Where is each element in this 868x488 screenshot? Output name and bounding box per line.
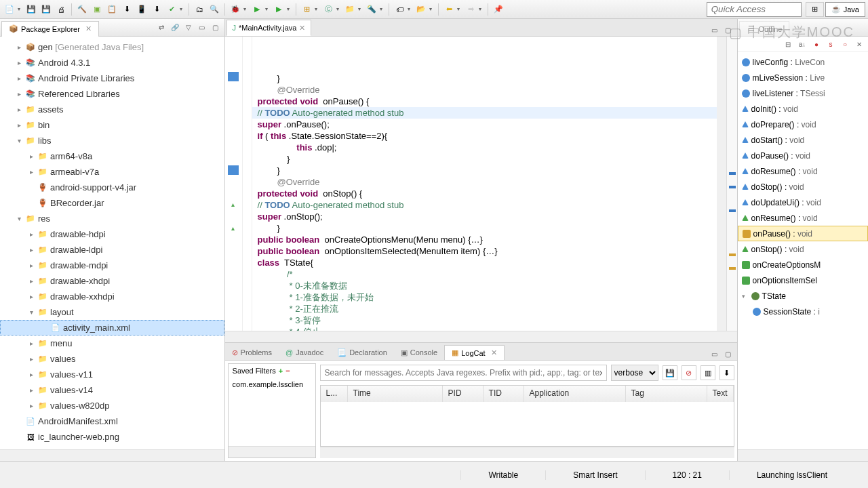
outline-item[interactable]: onStop() : void bbox=[738, 241, 868, 257]
display-icon[interactable]: ▥ bbox=[701, 365, 715, 380]
horizontal-scrollbar[interactable] bbox=[320, 447, 734, 458]
sdk-icon[interactable]: ⬇ bbox=[120, 3, 134, 16]
tree-node[interactable]: ▸📁arm64-v8a bbox=[0, 148, 224, 164]
new-package-icon[interactable]: ⊞ bbox=[300, 3, 313, 16]
horizontal-scrollbar[interactable] bbox=[229, 446, 315, 458]
logcat-search-input[interactable] bbox=[320, 365, 607, 381]
tree-node[interactable]: ▸📁bin bbox=[0, 117, 224, 133]
col-tid[interactable]: TID bbox=[484, 386, 524, 402]
tree-node[interactable]: ▾📁libs bbox=[0, 133, 224, 148]
save-icon[interactable]: 💾 bbox=[24, 3, 38, 16]
horizontal-scrollbar[interactable] bbox=[738, 449, 868, 461]
package-tree[interactable]: ▸📦gen [Generated Java Files]▸📚Android 4.… bbox=[0, 37, 224, 449]
open-perspective-button[interactable]: ⊞ bbox=[806, 2, 824, 17]
tab-problems[interactable]: ⊘Problems bbox=[225, 345, 279, 360]
save-all-icon[interactable]: 💾 bbox=[39, 3, 53, 16]
run-last-icon[interactable]: ▶ bbox=[272, 3, 285, 16]
outline-item[interactable]: SessionState : i bbox=[738, 304, 868, 319]
tab-declaration[interactable]: 📃Declaration bbox=[330, 345, 394, 360]
close-icon[interactable]: ✕ bbox=[85, 24, 92, 33]
forward-icon[interactable]: ➡ bbox=[464, 3, 477, 16]
check-icon[interactable]: ✔ bbox=[165, 3, 178, 16]
new-class-icon[interactable]: Ⓒ bbox=[321, 3, 335, 16]
outline-item[interactable]: onOptionsItemSel bbox=[738, 272, 868, 288]
package-explorer-tab[interactable]: 📦 Package Explorer ✕ bbox=[1, 21, 99, 37]
add-filter-icon[interactable]: + bbox=[279, 367, 283, 375]
collapse-all-icon[interactable]: ⇄ bbox=[155, 22, 167, 34]
tree-node[interactable]: 📄activity_main.xml bbox=[0, 320, 224, 336]
hide-nonpublic-icon[interactable]: ○ bbox=[839, 38, 851, 50]
close-icon[interactable]: ✕ bbox=[299, 24, 305, 33]
remove-filter-icon[interactable]: − bbox=[285, 367, 290, 375]
col-text[interactable]: Text bbox=[707, 386, 734, 402]
tab-logcat[interactable]: ▦LogCat ✕ bbox=[444, 345, 504, 360]
col-tag[interactable]: Tag bbox=[626, 386, 707, 402]
tree-node[interactable]: ▸📁values-v11 bbox=[0, 367, 224, 382]
tab-javadoc[interactable]: @Javadoc bbox=[279, 345, 330, 360]
lint-icon[interactable]: 📋 bbox=[105, 3, 119, 16]
hide-local-icon[interactable]: ✕ bbox=[853, 38, 865, 50]
tree-node[interactable]: ▸📁drawable-mdpi bbox=[0, 258, 224, 273]
debug-icon[interactable]: 🐞 bbox=[229, 3, 242, 16]
maximize-icon[interactable]: ▢ bbox=[210, 22, 222, 34]
pin-icon[interactable]: 📌 bbox=[492, 3, 505, 16]
hide-static-icon[interactable]: s bbox=[825, 38, 837, 50]
horizontal-scrollbar[interactable] bbox=[0, 449, 224, 461]
tree-node[interactable]: ▸📁values-w820dp bbox=[0, 398, 224, 413]
editor-tab-mainactivity[interactable]: J *MainActivity.java ✕ bbox=[226, 20, 312, 36]
outline-item[interactable]: doInit() : void bbox=[738, 101, 868, 117]
tree-node[interactable]: ▸📦gen [Generated Java Files] bbox=[0, 39, 224, 55]
quick-access-input[interactable] bbox=[707, 2, 802, 17]
tree-node[interactable]: ▸📁drawable-hdpi bbox=[0, 226, 224, 242]
outline-item[interactable]: mLiveSession : Live bbox=[738, 70, 868, 85]
minimize-icon[interactable]: ▭ bbox=[196, 22, 208, 34]
minimize-icon[interactable]: ▭ bbox=[709, 348, 721, 360]
print-icon[interactable]: 🖨 bbox=[54, 3, 68, 16]
tree-node[interactable]: ▸📚Android 4.3.1 bbox=[0, 55, 224, 70]
android-icon[interactable]: ▣ bbox=[90, 3, 104, 16]
tree-node[interactable]: ▸📁values-v14 bbox=[0, 382, 224, 398]
outline-item[interactable]: ▾TState bbox=[738, 288, 868, 304]
code-editor[interactable]: ▴ ▴ } @Overrideprotected void onPause() … bbox=[225, 37, 737, 331]
overview-ruler[interactable] bbox=[726, 37, 737, 331]
outline-item[interactable]: doStop() : void bbox=[738, 179, 868, 195]
outline-item[interactable]: liveListener : TSessi bbox=[738, 85, 868, 101]
close-icon[interactable]: ✕ bbox=[491, 348, 497, 357]
tab-console[interactable]: ▣Console bbox=[394, 345, 444, 360]
tree-node[interactable]: 🏺BRecorder.jar bbox=[0, 195, 224, 211]
open-type-icon[interactable]: 🏷 bbox=[393, 3, 406, 16]
log-level-select[interactable]: verbose bbox=[611, 365, 658, 381]
zoom-icon[interactable]: 🔍 bbox=[208, 3, 221, 16]
tree-node[interactable]: ▸📚Android Private Libraries bbox=[0, 70, 224, 86]
tree-node[interactable]: ▸📁drawable-xxhdpi bbox=[0, 289, 224, 304]
folding-ruler[interactable] bbox=[243, 37, 252, 331]
link-editor-icon[interactable]: 🔗 bbox=[169, 22, 181, 34]
new-icon[interactable]: 📄 bbox=[3, 3, 16, 16]
new-folder-icon[interactable]: 📁 bbox=[343, 3, 357, 16]
search-icon[interactable]: 🔦 bbox=[365, 3, 378, 16]
filter-item[interactable]: com.example.lssclien bbox=[229, 378, 315, 391]
tree-node[interactable]: ▸📁armeabi-v7a bbox=[0, 164, 224, 180]
outline-tab[interactable]: ☰ Outline bbox=[739, 21, 790, 37]
outline-item[interactable]: doPause() : void bbox=[738, 148, 868, 163]
save-log-icon[interactable]: 💾 bbox=[663, 365, 677, 380]
maximize-icon[interactable]: ▢ bbox=[722, 24, 734, 36]
run-icon[interactable]: ▶ bbox=[250, 3, 264, 16]
outline-tree[interactable]: liveConfig : LiveConmLiveSession : Livel… bbox=[738, 52, 868, 449]
tree-node[interactable]: ▸📁drawable-xhdpi bbox=[0, 273, 224, 289]
tree-node[interactable]: 🏺android-support-v4.jar bbox=[0, 180, 224, 195]
ndk-icon[interactable]: ⬇ bbox=[150, 3, 163, 16]
open-resource-icon[interactable]: 📂 bbox=[414, 3, 428, 16]
az-icon[interactable]: a↓ bbox=[796, 38, 808, 50]
java-perspective-button[interactable]: ☕ Java bbox=[825, 2, 865, 17]
maximize-icon[interactable]: ▢ bbox=[722, 348, 734, 360]
tree-node[interactable]: 🖼ic_launcher-web.png bbox=[0, 429, 224, 445]
tree-node[interactable]: ▸📁menu bbox=[0, 336, 224, 351]
col-level[interactable]: L... bbox=[321, 386, 348, 402]
avd-icon[interactable]: 📱 bbox=[135, 3, 149, 16]
outline-item[interactable]: onPause() : void bbox=[738, 226, 868, 241]
tree-node[interactable]: ▸📁values bbox=[0, 351, 224, 367]
view-menu-icon[interactable]: ▽ bbox=[182, 22, 195, 34]
outline-item[interactable]: doStart() : void bbox=[738, 132, 868, 148]
tree-node[interactable]: ▾📁res bbox=[0, 211, 224, 226]
